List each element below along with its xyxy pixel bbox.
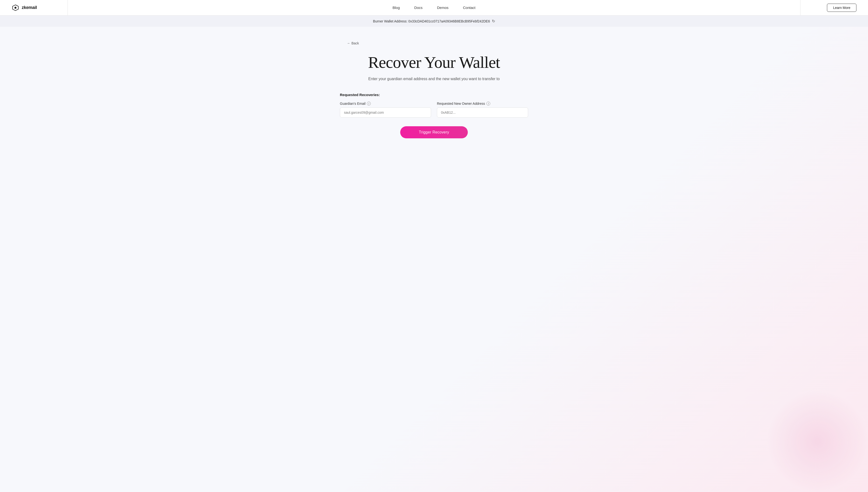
form-row: Guardian's Email i Requested New Owner A…: [340, 102, 528, 118]
form-section: Requested Recoveries: Guardian's Email i…: [340, 93, 528, 138]
burner-wallet-text: Burner Wallet Address: 0x33cDAD401cc0717…: [373, 19, 490, 23]
nav-blog[interactable]: Blog: [393, 5, 400, 10]
burner-wallet-bar: Burner Wallet Address: 0x33cDAD401cc0717…: [0, 16, 868, 27]
trigger-recovery-button[interactable]: Trigger Recovery: [400, 126, 468, 138]
page-title: Recover Your Wallet: [368, 53, 500, 72]
new-owner-group: Requested New Owner Address i: [437, 102, 528, 118]
page-subtitle: Enter your guardian email address and th…: [368, 77, 500, 81]
guardian-email-group: Guardian's Email i: [340, 102, 431, 118]
main-content: ← Back Recover Your Wallet Enter your gu…: [0, 27, 868, 492]
new-owner-address-input[interactable]: [437, 107, 528, 118]
refresh-icon[interactable]: ↻: [492, 19, 495, 23]
guardian-email-info-icon[interactable]: i: [367, 102, 371, 105]
new-owner-label: Requested New Owner Address i: [437, 102, 528, 105]
nav-demos[interactable]: Demos: [437, 5, 449, 10]
learn-more-button[interactable]: Learn More: [827, 4, 857, 12]
navbar-right: Learn More: [827, 4, 857, 12]
navbar: zkemail Blog Docs Demos Contact Learn Mo…: [0, 0, 868, 16]
logo-area: zkemail: [11, 4, 37, 11]
nav-docs[interactable]: Docs: [414, 5, 422, 10]
guardian-email-input[interactable]: [340, 107, 431, 118]
logo-icon: [11, 4, 19, 11]
navbar-left-divider: [68, 0, 68, 15]
navbar-right-divider: [800, 0, 800, 15]
section-label: Requested Recoveries:: [340, 93, 528, 97]
back-link[interactable]: ← Back: [347, 41, 359, 45]
svg-point-0: [15, 7, 17, 9]
nav-links: Blog Docs Demos Contact: [393, 5, 475, 10]
guardian-email-label: Guardian's Email i: [340, 102, 431, 105]
logo-text: zkemail: [22, 5, 37, 10]
nav-contact[interactable]: Contact: [463, 5, 475, 10]
new-owner-info-icon[interactable]: i: [487, 102, 490, 105]
